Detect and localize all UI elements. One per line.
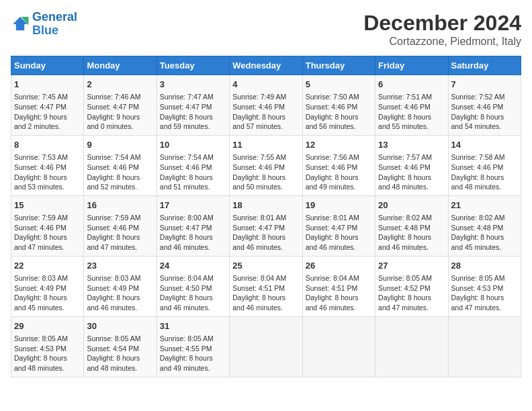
day-number: 19: [306, 199, 372, 212]
day-info: and 49 minutes.: [306, 182, 372, 192]
logo-icon: [11, 15, 30, 34]
day-info: Daylight: 8 hours: [451, 112, 518, 122]
col-header-wednesday: Wednesday: [230, 56, 302, 75]
calendar-cell: 9Sunrise: 7:54 AMSunset: 4:46 PMDaylight…: [84, 135, 157, 195]
day-info: and 47 minutes.: [451, 303, 518, 313]
day-info: Sunrise: 7:55 AM: [232, 152, 299, 163]
day-info: and 50 minutes.: [232, 182, 299, 192]
week-row-4: 22Sunrise: 8:03 AMSunset: 4:49 PMDayligh…: [11, 256, 521, 316]
day-info: Daylight: 8 hours: [306, 293, 372, 303]
day-info: Sunrise: 7:51 AM: [378, 92, 445, 102]
day-info: Sunrise: 7:59 AM: [14, 213, 81, 223]
day-info: and 48 minutes.: [14, 363, 81, 373]
day-info: Sunset: 4:46 PM: [451, 163, 518, 173]
day-number: 12: [306, 139, 372, 151]
day-number: 9: [87, 139, 153, 151]
day-info: and 2 minutes.: [14, 122, 81, 132]
day-info: Sunset: 4:46 PM: [378, 102, 445, 112]
day-info: Sunrise: 8:05 AM: [87, 334, 153, 344]
day-info: Daylight: 8 hours: [160, 112, 226, 122]
month-title: December 2024: [363, 11, 521, 36]
week-row-3: 15Sunrise: 7:59 AMSunset: 4:46 PMDayligh…: [11, 195, 521, 256]
day-info: Sunrise: 8:01 AM: [232, 213, 299, 223]
day-info: Daylight: 8 hours: [160, 353, 226, 363]
calendar-cell: 18Sunrise: 8:01 AMSunset: 4:47 PMDayligh…: [230, 195, 302, 256]
day-info: Sunrise: 7:52 AM: [451, 92, 518, 102]
day-number: 7: [451, 79, 518, 91]
day-info: Sunset: 4:47 PM: [87, 102, 153, 112]
day-number: 2: [87, 79, 153, 91]
col-header-tuesday: Tuesday: [157, 56, 229, 75]
day-info: Daylight: 8 hours: [378, 112, 445, 122]
calendar-cell: 14Sunrise: 7:58 AMSunset: 4:46 PMDayligh…: [448, 135, 521, 195]
day-info: Sunset: 4:46 PM: [232, 163, 299, 173]
day-info: Sunset: 4:47 PM: [232, 223, 299, 233]
week-row-2: 8Sunrise: 7:53 AMSunset: 4:46 PMDaylight…: [11, 135, 521, 195]
calendar-cell: [448, 316, 521, 377]
day-info: Sunset: 4:46 PM: [160, 163, 226, 173]
page-header: General Blue December 2024 Cortazzone, P…: [11, 11, 521, 48]
calendar-cell: 5Sunrise: 7:50 AMSunset: 4:46 PMDaylight…: [302, 75, 375, 136]
day-info: and 48 minutes.: [87, 363, 153, 373]
day-info: Sunrise: 7:46 AM: [87, 92, 153, 102]
day-info: Daylight: 8 hours: [306, 112, 372, 122]
calendar-cell: 23Sunrise: 8:03 AMSunset: 4:49 PMDayligh…: [84, 256, 157, 316]
day-info: Sunset: 4:53 PM: [451, 283, 518, 293]
day-info: Daylight: 8 hours: [232, 293, 299, 303]
day-number: 26: [306, 260, 372, 272]
day-info: Sunrise: 8:00 AM: [160, 213, 226, 223]
day-info: Sunset: 4:55 PM: [160, 344, 226, 354]
day-info: Sunrise: 8:02 AM: [378, 213, 445, 223]
col-header-saturday: Saturday: [448, 56, 521, 75]
day-info: and 59 minutes.: [160, 122, 226, 132]
day-info: and 47 minutes.: [87, 242, 153, 253]
day-number: 10: [160, 139, 226, 151]
calendar-cell: 24Sunrise: 8:04 AMSunset: 4:50 PMDayligh…: [157, 256, 229, 316]
day-info: Sunrise: 7:54 AM: [87, 152, 153, 163]
day-info: Daylight: 8 hours: [232, 173, 299, 183]
calendar-cell: [230, 316, 302, 377]
day-number: 30: [87, 320, 153, 332]
day-info: Sunrise: 7:58 AM: [451, 152, 518, 163]
day-info: and 54 minutes.: [451, 122, 518, 132]
calendar-cell: 4Sunrise: 7:49 AMSunset: 4:46 PMDaylight…: [230, 75, 302, 136]
day-info: and 55 minutes.: [378, 122, 445, 132]
day-info: Daylight: 8 hours: [87, 293, 153, 303]
day-info: and 46 minutes.: [160, 303, 226, 313]
day-info: Sunset: 4:49 PM: [87, 283, 153, 293]
calendar-cell: 17Sunrise: 8:00 AMSunset: 4:47 PMDayligh…: [157, 195, 229, 256]
day-number: 6: [378, 79, 445, 91]
calendar-cell: 26Sunrise: 8:04 AMSunset: 4:51 PMDayligh…: [302, 256, 375, 316]
calendar-cell: 3Sunrise: 7:47 AMSunset: 4:47 PMDaylight…: [157, 75, 229, 136]
calendar-cell: 11Sunrise: 7:55 AMSunset: 4:46 PMDayligh…: [230, 135, 302, 195]
day-info: Daylight: 8 hours: [160, 173, 226, 183]
day-info: Sunrise: 7:47 AM: [160, 92, 226, 102]
calendar-cell: 22Sunrise: 8:03 AMSunset: 4:49 PMDayligh…: [11, 256, 84, 316]
day-info: Sunset: 4:48 PM: [451, 223, 518, 233]
calendar-cell: 6Sunrise: 7:51 AMSunset: 4:46 PMDaylight…: [375, 75, 448, 136]
day-number: 5: [306, 79, 372, 91]
day-info: Daylight: 8 hours: [378, 293, 445, 303]
day-number: 20: [378, 199, 445, 212]
day-info: and 46 minutes.: [306, 242, 372, 253]
calendar-cell: 2Sunrise: 7:46 AMSunset: 4:47 PMDaylight…: [84, 75, 157, 136]
calendar-cell: 13Sunrise: 7:57 AMSunset: 4:46 PMDayligh…: [375, 135, 448, 195]
col-header-friday: Friday: [375, 56, 448, 75]
day-info: Daylight: 8 hours: [378, 173, 445, 183]
day-info: Sunset: 4:49 PM: [14, 283, 81, 293]
day-info: Sunset: 4:51 PM: [232, 283, 299, 293]
calendar-cell: 16Sunrise: 7:59 AMSunset: 4:46 PMDayligh…: [84, 195, 157, 256]
day-info: Sunset: 4:46 PM: [306, 102, 372, 112]
day-info: Sunrise: 8:03 AM: [87, 273, 153, 283]
calendar-cell: 29Sunrise: 8:05 AMSunset: 4:53 PMDayligh…: [11, 316, 84, 377]
day-info: Sunrise: 7:45 AM: [14, 92, 81, 102]
day-info: and 52 minutes.: [87, 182, 153, 192]
day-info: Sunset: 4:46 PM: [14, 163, 81, 173]
title-area: December 2024 Cortazzone, Piedmont, Ital…: [363, 11, 521, 48]
day-info: and 49 minutes.: [160, 363, 226, 373]
day-number: 1: [14, 79, 81, 91]
day-info: and 46 minutes.: [378, 242, 445, 253]
day-info: Sunrise: 7:50 AM: [306, 92, 372, 102]
calendar-cell: 1Sunrise: 7:45 AMSunset: 4:47 PMDaylight…: [11, 75, 84, 136]
day-info: Sunset: 4:46 PM: [14, 223, 81, 233]
